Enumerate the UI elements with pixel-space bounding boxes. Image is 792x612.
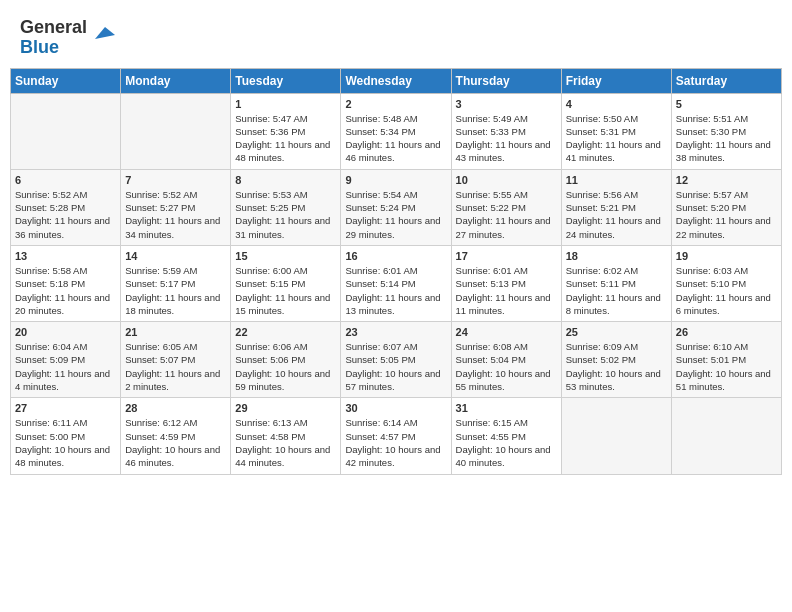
cell-content: Sunrise: 6:01 AM Sunset: 5:14 PM Dayligh… xyxy=(345,264,446,317)
cell-content: Sunrise: 5:55 AM Sunset: 5:22 PM Dayligh… xyxy=(456,188,557,241)
cell-content: Sunrise: 6:08 AM Sunset: 5:04 PM Dayligh… xyxy=(456,340,557,393)
day-number: 28 xyxy=(125,402,226,414)
daylight-text: Daylight: 11 hours and 8 minutes. xyxy=(566,292,661,316)
daylight-text: Daylight: 10 hours and 44 minutes. xyxy=(235,444,330,468)
calendar-week-3: 13 Sunrise: 5:58 AM Sunset: 5:18 PM Dayl… xyxy=(11,245,782,321)
day-number: 22 xyxy=(235,326,336,338)
calendar-cell: 4 Sunrise: 5:50 AM Sunset: 5:31 PM Dayli… xyxy=(561,93,671,169)
day-number: 19 xyxy=(676,250,777,262)
cell-content: Sunrise: 6:12 AM Sunset: 4:59 PM Dayligh… xyxy=(125,416,226,469)
cell-content: Sunrise: 6:07 AM Sunset: 5:05 PM Dayligh… xyxy=(345,340,446,393)
sunset-text: Sunset: 5:13 PM xyxy=(456,278,526,289)
daylight-text: Daylight: 11 hours and 43 minutes. xyxy=(456,139,551,163)
sunrise-text: Sunrise: 6:10 AM xyxy=(676,341,748,352)
calendar-cell: 12 Sunrise: 5:57 AM Sunset: 5:20 PM Dayl… xyxy=(671,169,781,245)
sunset-text: Sunset: 5:27 PM xyxy=(125,202,195,213)
calendar-cell: 22 Sunrise: 6:06 AM Sunset: 5:06 PM Dayl… xyxy=(231,322,341,398)
sunrise-text: Sunrise: 6:13 AM xyxy=(235,417,307,428)
daylight-text: Daylight: 11 hours and 34 minutes. xyxy=(125,215,220,239)
day-number: 21 xyxy=(125,326,226,338)
sunrise-text: Sunrise: 6:03 AM xyxy=(676,265,748,276)
day-number: 24 xyxy=(456,326,557,338)
sunset-text: Sunset: 5:04 PM xyxy=(456,354,526,365)
sunrise-text: Sunrise: 5:55 AM xyxy=(456,189,528,200)
page-header: General Blue xyxy=(10,10,782,62)
sunset-text: Sunset: 5:10 PM xyxy=(676,278,746,289)
day-number: 31 xyxy=(456,402,557,414)
calendar-cell: 6 Sunrise: 5:52 AM Sunset: 5:28 PM Dayli… xyxy=(11,169,121,245)
sunset-text: Sunset: 5:31 PM xyxy=(566,126,636,137)
daylight-text: Daylight: 10 hours and 48 minutes. xyxy=(15,444,110,468)
calendar-cell: 14 Sunrise: 5:59 AM Sunset: 5:17 PM Dayl… xyxy=(121,245,231,321)
sunset-text: Sunset: 5:28 PM xyxy=(15,202,85,213)
calendar-week-2: 6 Sunrise: 5:52 AM Sunset: 5:28 PM Dayli… xyxy=(11,169,782,245)
calendar-cell: 20 Sunrise: 6:04 AM Sunset: 5:09 PM Dayl… xyxy=(11,322,121,398)
sunrise-text: Sunrise: 5:56 AM xyxy=(566,189,638,200)
daylight-text: Daylight: 10 hours and 40 minutes. xyxy=(456,444,551,468)
cell-content: Sunrise: 5:56 AM Sunset: 5:21 PM Dayligh… xyxy=(566,188,667,241)
day-number: 4 xyxy=(566,98,667,110)
daylight-text: Daylight: 10 hours and 55 minutes. xyxy=(456,368,551,392)
sunrise-text: Sunrise: 6:14 AM xyxy=(345,417,417,428)
day-number: 25 xyxy=(566,326,667,338)
sunrise-text: Sunrise: 5:47 AM xyxy=(235,113,307,124)
calendar-cell xyxy=(11,93,121,169)
cell-content: Sunrise: 5:53 AM Sunset: 5:25 PM Dayligh… xyxy=(235,188,336,241)
cell-content: Sunrise: 6:06 AM Sunset: 5:06 PM Dayligh… xyxy=(235,340,336,393)
sunrise-text: Sunrise: 5:58 AM xyxy=(15,265,87,276)
sunrise-text: Sunrise: 6:09 AM xyxy=(566,341,638,352)
calendar-cell: 1 Sunrise: 5:47 AM Sunset: 5:36 PM Dayli… xyxy=(231,93,341,169)
sunset-text: Sunset: 5:30 PM xyxy=(676,126,746,137)
calendar-cell: 3 Sunrise: 5:49 AM Sunset: 5:33 PM Dayli… xyxy=(451,93,561,169)
calendar-cell: 31 Sunrise: 6:15 AM Sunset: 4:55 PM Dayl… xyxy=(451,398,561,474)
calendar-cell xyxy=(561,398,671,474)
cell-content: Sunrise: 6:13 AM Sunset: 4:58 PM Dayligh… xyxy=(235,416,336,469)
cell-content: Sunrise: 6:01 AM Sunset: 5:13 PM Dayligh… xyxy=(456,264,557,317)
sunset-text: Sunset: 5:18 PM xyxy=(15,278,85,289)
day-number: 16 xyxy=(345,250,446,262)
daylight-text: Daylight: 11 hours and 4 minutes. xyxy=(15,368,110,392)
cell-content: Sunrise: 5:51 AM Sunset: 5:30 PM Dayligh… xyxy=(676,112,777,165)
cell-content: Sunrise: 5:57 AM Sunset: 5:20 PM Dayligh… xyxy=(676,188,777,241)
weekday-header-sunday: Sunday xyxy=(11,68,121,93)
daylight-text: Daylight: 11 hours and 24 minutes. xyxy=(566,215,661,239)
day-number: 1 xyxy=(235,98,336,110)
cell-content: Sunrise: 5:52 AM Sunset: 5:28 PM Dayligh… xyxy=(15,188,116,241)
cell-content: Sunrise: 5:54 AM Sunset: 5:24 PM Dayligh… xyxy=(345,188,446,241)
sunrise-text: Sunrise: 6:06 AM xyxy=(235,341,307,352)
daylight-text: Daylight: 11 hours and 22 minutes. xyxy=(676,215,771,239)
sunrise-text: Sunrise: 6:00 AM xyxy=(235,265,307,276)
calendar-cell: 8 Sunrise: 5:53 AM Sunset: 5:25 PM Dayli… xyxy=(231,169,341,245)
day-number: 8 xyxy=(235,174,336,186)
daylight-text: Daylight: 11 hours and 38 minutes. xyxy=(676,139,771,163)
day-number: 17 xyxy=(456,250,557,262)
sunrise-text: Sunrise: 5:49 AM xyxy=(456,113,528,124)
day-number: 14 xyxy=(125,250,226,262)
sunrise-text: Sunrise: 5:52 AM xyxy=(15,189,87,200)
sunrise-text: Sunrise: 6:15 AM xyxy=(456,417,528,428)
cell-content: Sunrise: 6:02 AM Sunset: 5:11 PM Dayligh… xyxy=(566,264,667,317)
sunrise-text: Sunrise: 5:48 AM xyxy=(345,113,417,124)
day-number: 7 xyxy=(125,174,226,186)
cell-content: Sunrise: 6:10 AM Sunset: 5:01 PM Dayligh… xyxy=(676,340,777,393)
sunset-text: Sunset: 5:36 PM xyxy=(235,126,305,137)
sunrise-text: Sunrise: 6:02 AM xyxy=(566,265,638,276)
sunset-text: Sunset: 5:22 PM xyxy=(456,202,526,213)
calendar-cell: 15 Sunrise: 6:00 AM Sunset: 5:15 PM Dayl… xyxy=(231,245,341,321)
calendar-week-4: 20 Sunrise: 6:04 AM Sunset: 5:09 PM Dayl… xyxy=(11,322,782,398)
cell-content: Sunrise: 6:15 AM Sunset: 4:55 PM Dayligh… xyxy=(456,416,557,469)
sunset-text: Sunset: 4:57 PM xyxy=(345,431,415,442)
calendar-cell: 9 Sunrise: 5:54 AM Sunset: 5:24 PM Dayli… xyxy=(341,169,451,245)
weekday-header-wednesday: Wednesday xyxy=(341,68,451,93)
day-number: 26 xyxy=(676,326,777,338)
calendar-cell xyxy=(671,398,781,474)
calendar-cell: 26 Sunrise: 6:10 AM Sunset: 5:01 PM Dayl… xyxy=(671,322,781,398)
sunset-text: Sunset: 5:00 PM xyxy=(15,431,85,442)
day-number: 18 xyxy=(566,250,667,262)
sunrise-text: Sunrise: 6:12 AM xyxy=(125,417,197,428)
sunset-text: Sunset: 5:21 PM xyxy=(566,202,636,213)
sunset-text: Sunset: 5:05 PM xyxy=(345,354,415,365)
daylight-text: Daylight: 11 hours and 48 minutes. xyxy=(235,139,330,163)
day-number: 5 xyxy=(676,98,777,110)
logo: General Blue xyxy=(20,18,115,58)
